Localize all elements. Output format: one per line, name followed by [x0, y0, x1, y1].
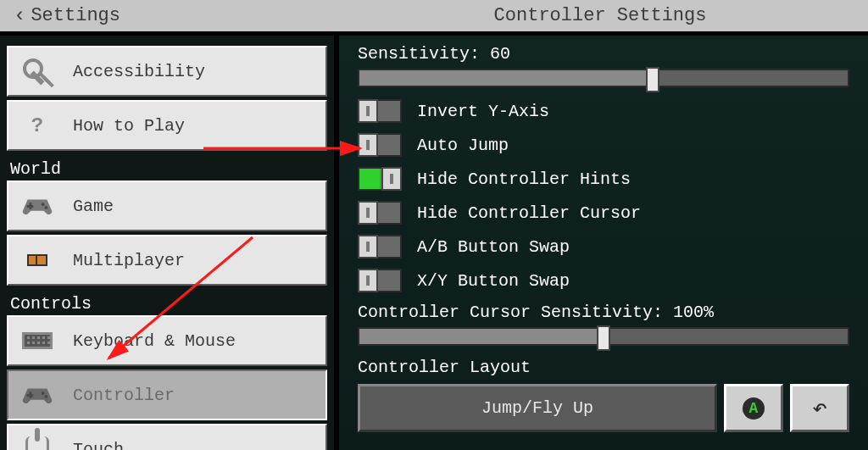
people-icon — [20, 246, 54, 275]
binding-a-button[interactable]: A — [724, 384, 783, 432]
sidebar-item-label: Keyboard & Mouse — [73, 331, 236, 351]
toggle-ab-swap: A/B Button Swap — [358, 235, 849, 258]
key-icon — [20, 57, 54, 86]
sidebar-item-label: Multiplayer — [73, 251, 185, 270]
question-icon: ? — [20, 111, 54, 140]
sidebar-item-controller[interactable]: Controller — [7, 369, 327, 420]
toggle-label: A/B Button Swap — [417, 237, 570, 257]
sidebar-item-label: Controller — [73, 386, 175, 405]
svg-rect-1 — [27, 205, 34, 208]
back-button[interactable]: ‹ Settings — [0, 4, 120, 27]
toggle[interactable] — [358, 99, 402, 123]
content-panel: Sensitivity: 60 Invert Y-Axis Auto Jump … — [339, 36, 868, 450]
toggle-label: Hide Controller Cursor — [417, 203, 641, 223]
svg-point-7 — [45, 395, 48, 398]
toggle[interactable] — [358, 269, 402, 292]
sensitivity-slider[interactable] — [358, 69, 849, 87]
gamepad-icon — [20, 381, 54, 409]
cursor-sensitivity-slider[interactable] — [358, 327, 849, 346]
svg-rect-5 — [27, 394, 34, 397]
toggle-label: Hide Controller Hints — [417, 169, 631, 189]
toggle-auto-jump: Auto Jump — [358, 133, 849, 157]
sidebar-category-controls: Controls — [7, 289, 327, 315]
sidebar-item-game[interactable]: Game — [7, 181, 327, 231]
sidebar-item-label: How to Play — [73, 116, 185, 136]
svg-point-3 — [45, 206, 48, 209]
sidebar-item-touch[interactable]: Touch — [7, 424, 327, 450]
cursor-sensitivity-label: Controller Cursor Sensitivity: 100% — [358, 303, 849, 322]
controller-layout-row: Jump/Fly Up A ↶ — [358, 384, 849, 432]
sidebar-item-multiplayer[interactable]: Multiplayer — [7, 235, 327, 286]
toggle-hide-cursor: Hide Controller Cursor — [358, 201, 849, 225]
toggle-label: Auto Jump — [417, 136, 509, 155]
svg-point-2 — [42, 203, 45, 206]
toggle-label: X/Y Button Swap — [417, 271, 570, 291]
undo-icon: ↶ — [812, 392, 827, 424]
a-button-icon: A — [743, 397, 765, 419]
sidebar-item-label: Accessibility — [73, 62, 205, 81]
sidebar-item-accessibility[interactable]: Accessibility — [7, 46, 327, 97]
toggle-invert-y: Invert Y-Axis — [358, 99, 849, 123]
sidebar-item-howtoplay[interactable]: ? How to Play — [7, 100, 327, 151]
keyboard-icon — [20, 326, 54, 355]
sidebar-item-label: Game — [73, 197, 114, 216]
header: ‹ Settings Controller Settings — [0, 0, 868, 36]
gamepad-icon — [20, 192, 54, 220]
jump-binding-button[interactable]: Jump/Fly Up — [358, 384, 717, 432]
sensitivity-row: Sensitivity: 60 — [358, 44, 849, 87]
sidebar-category-world: World — [7, 154, 327, 181]
svg-point-6 — [42, 392, 45, 395]
back-label: Settings — [31, 5, 120, 26]
toggle[interactable] — [358, 133, 402, 157]
action-label: Jump/Fly Up — [481, 398, 593, 418]
toggle[interactable] — [358, 235, 402, 258]
sidebar-item-label: Touch — [73, 440, 124, 451]
toggle[interactable] — [358, 201, 402, 225]
chevron-left-icon: ‹ — [14, 4, 25, 27]
sidebar: Accessibility ? How to Play World Game M… — [0, 36, 339, 450]
sensitivity-label: Sensitivity: 60 — [358, 44, 849, 64]
controller-layout-label: Controller Layout — [358, 358, 849, 377]
toggle-xy-swap: X/Y Button Swap — [358, 269, 849, 292]
toggle[interactable] — [358, 167, 402, 191]
cursor-sensitivity-row: Controller Cursor Sensitivity: 100% — [358, 303, 849, 346]
toggle-hide-hints: Hide Controller Hints — [358, 167, 849, 191]
touch-icon — [20, 435, 54, 450]
binding-reset-button[interactable]: ↶ — [790, 384, 849, 432]
toggle-label: Invert Y-Axis — [417, 102, 549, 121]
page-title: Controller Settings — [332, 5, 868, 26]
sidebar-item-keyboard[interactable]: Keyboard & Mouse — [7, 315, 327, 366]
